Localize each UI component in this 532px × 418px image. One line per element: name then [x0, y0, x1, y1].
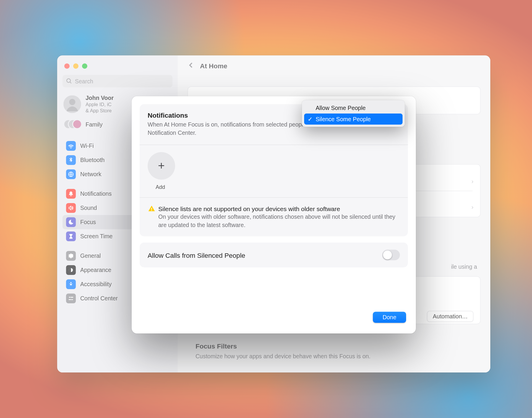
chevron-left-icon — [188, 62, 195, 69]
family-label: Family — [86, 121, 103, 128]
dropdown-option-allow[interactable]: Allow Some People — [304, 103, 403, 114]
sidebar-item-label: Sound — [80, 205, 97, 211]
dropdown-label: Allow Some People — [316, 105, 366, 111]
sidebar-item-label: General — [80, 252, 101, 259]
warning-icon — [148, 205, 156, 213]
svg-point-8 — [151, 210, 152, 211]
check-icon: ✓ — [308, 116, 313, 123]
allow-calls-label: Allow Calls from Silenced People — [148, 251, 245, 259]
globe-icon — [66, 169, 76, 179]
people-mode-dropdown[interactable]: Allow Some People ✓ Silence Some People — [302, 100, 405, 127]
focus-filters-title: Focus Filters — [196, 342, 237, 350]
search-placeholder: Search — [75, 78, 93, 85]
allow-calls-row: Allow Calls from Silenced People — [140, 243, 408, 268]
focus-filters-subtitle: Customize how your apps and device behav… — [196, 353, 371, 361]
gear-icon — [66, 251, 76, 260]
chevron-right-icon: › — [471, 177, 473, 184]
bg-desc-tail: ile using a — [451, 263, 477, 271]
zoom-window-button[interactable] — [82, 64, 87, 69]
account-subtitle-1: Apple ID, iC — [86, 101, 114, 107]
sidebar-item-label: Appearance — [80, 267, 111, 273]
svg-point-5 — [69, 296, 70, 298]
sidebar-item-label: Focus — [80, 219, 96, 226]
sidebar-item-label: Screen Time — [80, 233, 113, 240]
appearance-icon — [66, 265, 76, 275]
search-icon — [66, 78, 72, 84]
bell-icon — [66, 189, 76, 198]
svg-point-2 — [70, 282, 72, 283]
account-name: John Voor — [86, 95, 114, 101]
sidebar-item-label: Network — [80, 171, 102, 178]
sidebar-item-label: Notifications — [80, 190, 112, 197]
wifi-icon — [66, 141, 76, 150]
speaker-icon — [66, 203, 76, 213]
allow-calls-toggle[interactable] — [382, 250, 400, 260]
accessibility-icon — [66, 279, 76, 289]
search-input[interactable]: Search — [63, 75, 173, 88]
page-title: At Home — [200, 62, 228, 70]
window-controls — [63, 62, 173, 75]
moon-icon — [66, 217, 76, 227]
avatar — [64, 95, 81, 113]
toggle-knob — [383, 251, 392, 260]
sidebar-item-label: Wi-Fi — [80, 142, 94, 149]
bluetooth-icon — [66, 155, 76, 165]
svg-point-6 — [71, 299, 73, 300]
sidebar-item-label: Accessibility — [80, 281, 112, 288]
plus-icon: + — [158, 159, 165, 173]
family-avatars — [64, 119, 81, 130]
notifications-modal: Notifications When At Home Focus is on, … — [132, 96, 416, 334]
sidebar-item-label: Bluetooth — [80, 157, 105, 163]
add-label: Add — [156, 184, 400, 190]
done-button[interactable]: Done — [373, 312, 406, 323]
dropdown-option-silence[interactable]: ✓ Silence Some People — [304, 114, 403, 125]
add-automation-button[interactable]: Automation… — [427, 311, 473, 322]
chevron-right-icon: › — [471, 203, 473, 210]
add-person-button[interactable]: + — [148, 152, 175, 179]
account-subtitle-2: & App Store — [86, 107, 114, 114]
close-window-button[interactable] — [64, 64, 70, 69]
back-button[interactable] — [188, 62, 195, 70]
minimize-window-button[interactable] — [73, 64, 79, 69]
warning-title: Silence lists are not supported on your … — [158, 205, 340, 212]
sliders-icon — [66, 293, 76, 303]
warning-body: On your devices with older software, not… — [158, 213, 400, 230]
hourglass-icon — [66, 231, 76, 241]
dropdown-label: Silence Some People — [316, 116, 371, 123]
svg-rect-7 — [151, 208, 152, 210]
sidebar-item-label: Control Center — [80, 295, 118, 302]
page-header: At Home — [188, 62, 481, 70]
